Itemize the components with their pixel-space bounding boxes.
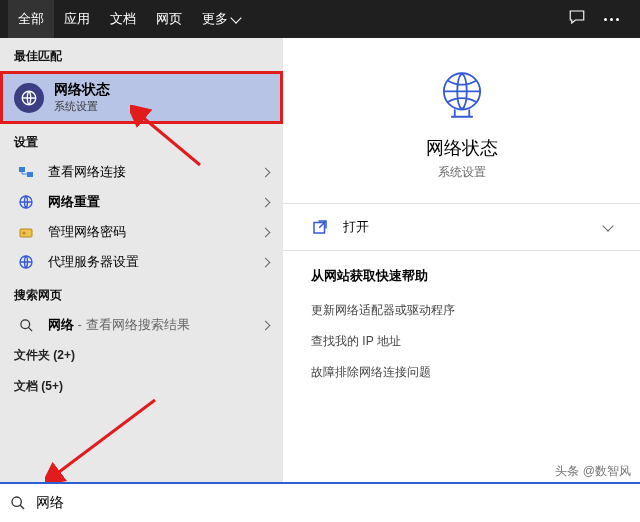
item-label: 代理服务器设置 <box>48 253 139 271</box>
tab-more-label: 更多 <box>202 10 228 28</box>
tab-all[interactable]: 全部 <box>8 0 54 38</box>
help-link-ip[interactable]: 查找我的 IP 地址 <box>311 326 612 357</box>
open-button[interactable]: 打开 <box>311 204 612 250</box>
credentials-icon <box>14 224 38 240</box>
item-view-connections[interactable]: 查看网络连接 <box>0 157 283 187</box>
tab-apps[interactable]: 应用 <box>54 0 100 38</box>
search-web-label: 搜索网页 <box>0 277 283 310</box>
watermark: 头条 @数智风 <box>552 463 634 480</box>
item-search-web[interactable]: 网络 - 查看网络搜索结果 <box>0 310 283 340</box>
left-panel: 最佳匹配 网络状态 系统设置 设置 查看网络连接 网络重置 <box>0 38 283 482</box>
globe-icon <box>14 254 38 270</box>
search-input[interactable] <box>36 495 630 511</box>
header-tabs: 全部 应用 文档 网页 更多 <box>0 0 640 38</box>
item-label: 网络 - 查看网络搜索结果 <box>48 316 190 334</box>
search-icon <box>10 495 26 511</box>
item-manage-passwords[interactable]: 管理网络密码 <box>0 217 283 247</box>
globe-icon <box>433 66 491 124</box>
item-label: 管理网络密码 <box>48 223 126 241</box>
chevron-right-icon <box>261 257 271 267</box>
item-label: 查看网络连接 <box>48 163 126 181</box>
tab-more[interactable]: 更多 <box>192 0 250 38</box>
chevron-down-icon <box>602 220 613 231</box>
svg-point-7 <box>20 319 29 328</box>
item-proxy-settings[interactable]: 代理服务器设置 <box>0 247 283 277</box>
best-match-item[interactable]: 网络状态 系统设置 <box>0 71 283 124</box>
feedback-icon[interactable] <box>568 8 586 30</box>
docs-line[interactable]: 文档 (5+) <box>0 371 283 402</box>
item-label: 网络重置 <box>48 193 100 211</box>
svg-rect-1 <box>19 167 25 172</box>
chevron-right-icon <box>261 167 271 177</box>
open-icon <box>311 218 329 236</box>
best-match-label: 最佳匹配 <box>0 38 283 71</box>
help-link-driver[interactable]: 更新网络适配器或驱动程序 <box>311 295 612 326</box>
globe-icon <box>14 194 38 210</box>
folders-line[interactable]: 文件夹 (2+) <box>0 340 283 371</box>
item-network-reset[interactable]: 网络重置 <box>0 187 283 217</box>
globe-icon <box>14 83 44 113</box>
settings-label: 设置 <box>0 124 283 157</box>
svg-point-5 <box>23 232 26 235</box>
detail-subtitle: 系统设置 <box>438 164 486 181</box>
help-link-troubleshoot[interactable]: 故障排除网络连接问题 <box>311 357 612 388</box>
tab-docs[interactable]: 文档 <box>100 0 146 38</box>
chevron-down-icon <box>230 12 241 23</box>
detail-title: 网络状态 <box>426 136 498 160</box>
svg-point-10 <box>12 497 21 506</box>
help-header: 从网站获取快速帮助 <box>311 251 612 295</box>
search-bar <box>0 482 640 522</box>
best-match-title: 网络状态 <box>54 81 110 99</box>
svg-rect-4 <box>20 229 32 237</box>
chevron-right-icon <box>261 197 271 207</box>
best-match-subtitle: 系统设置 <box>54 99 110 114</box>
tab-web[interactable]: 网页 <box>146 0 192 38</box>
ellipsis-icon[interactable] <box>604 10 622 28</box>
chevron-right-icon <box>261 320 271 330</box>
open-label: 打开 <box>343 218 369 236</box>
network-connections-icon <box>14 164 38 180</box>
search-icon <box>14 318 38 333</box>
right-panel: 网络状态 系统设置 打开 从网站获取快速帮助 更新网络适配器或驱动程序 查找我的… <box>283 38 640 482</box>
chevron-right-icon <box>261 227 271 237</box>
